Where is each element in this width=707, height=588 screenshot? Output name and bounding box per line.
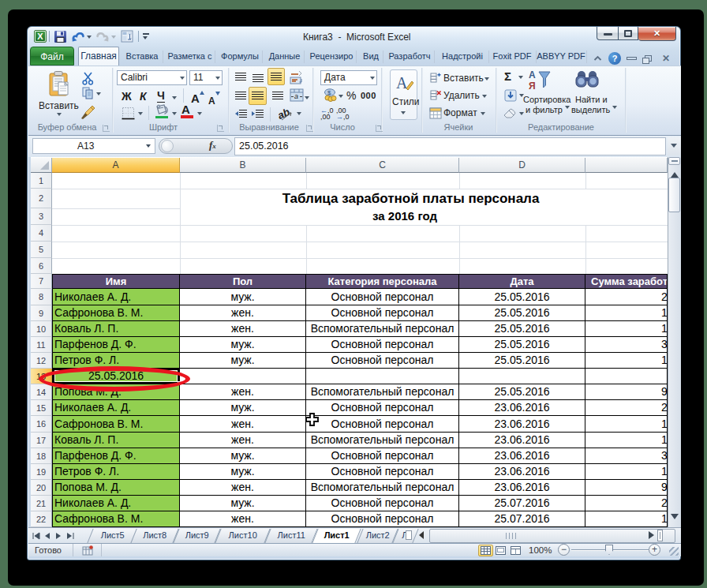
svg-text:А: А xyxy=(396,74,408,92)
svg-text:Я: Я xyxy=(529,81,536,92)
svg-text:a: a xyxy=(294,92,298,100)
svg-text:А: А xyxy=(529,69,536,81)
